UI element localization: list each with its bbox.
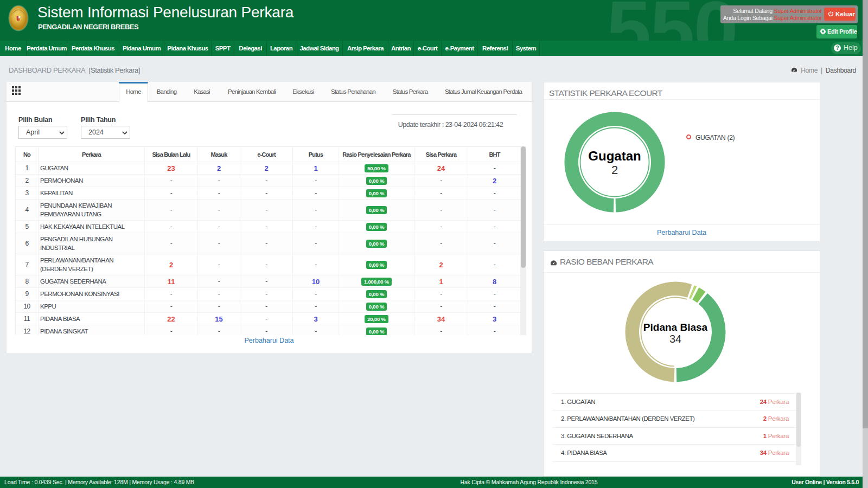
svg-text:Pidana Biasa: Pidana Biasa xyxy=(643,322,708,333)
svg-text:2: 2 xyxy=(611,163,618,177)
svg-text:Gugatan: Gugatan xyxy=(588,149,641,163)
svg-text:34: 34 xyxy=(669,333,681,345)
